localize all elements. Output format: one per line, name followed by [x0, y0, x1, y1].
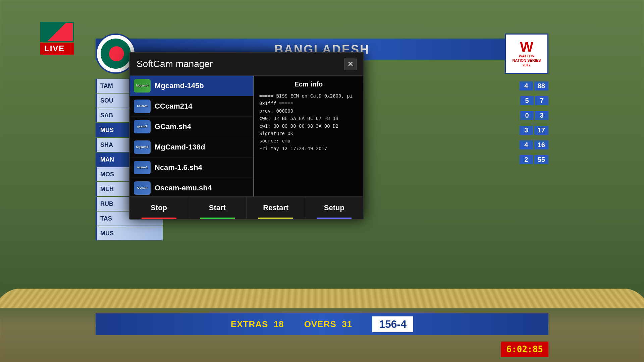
dialog-actions: Stop Start Restart Setup	[130, 196, 363, 219]
restart-button[interactable]: Restart	[247, 197, 305, 219]
setup-button[interactable]: Setup	[305, 197, 363, 219]
softcam-dialog: SoftCam manager × Mgcamd Mgcamd-145b CCc…	[129, 52, 364, 220]
ecm-line-0: ===== BISS ECM on CalD 0x2600, pi	[259, 92, 358, 100]
cam-name-ncam16: Ncam-1.6.sh4	[155, 163, 202, 172]
ecm-line-7: Fri May 12 17:24:49 2017	[259, 145, 358, 152]
cam-list: Mgcamd Mgcamd-145b CCcam CCcam214 gcamS	[130, 76, 254, 196]
cam-icon-ncam16: ncam-1	[134, 161, 151, 174]
cam-item-mgcamd145b[interactable]: Mgcamd Mgcamd-145b	[130, 76, 253, 96]
dialog-body: Mgcamd Mgcamd-145b CCcam CCcam214 gcamS	[130, 76, 363, 196]
cam-name-mgcamd138d: MgCamd-138d	[155, 143, 205, 152]
cam-icon-mgcamd138d: Mgcamd	[134, 140, 151, 154]
ecm-panel: Ecm info ===== BISS ECM on CalD 0x2600, …	[254, 76, 363, 196]
dialog-header: SoftCam manager ×	[130, 53, 363, 76]
cam-item-ncam16[interactable]: ncam-1 Ncam-1.6.sh4	[130, 158, 253, 178]
ecm-line-2: prov: 000000	[259, 107, 358, 115]
start-button[interactable]: Start	[188, 197, 247, 219]
cam-item-oscamemu[interactable]: Oscam Oscam-emu.sh4	[130, 178, 253, 196]
cam-icon-cccam214: CCcam	[134, 100, 151, 113]
cam-icon-oscamemu: Oscam	[134, 181, 151, 195]
close-button[interactable]: ×	[344, 58, 357, 70]
ecm-title: Ecm info	[259, 80, 358, 88]
cam-icon-mgcamd145b: Mgcamd	[134, 79, 151, 93]
ecm-content: ===== BISS ECM on CalD 0x2600, pi 0x1fff…	[259, 92, 358, 152]
ecm-line-1: 0x1fff =====	[259, 100, 358, 107]
ecm-line-6: source: emu	[259, 137, 358, 144]
ecm-line-3: cw0: D2 BE 5A EA BC 67 F8 1B	[259, 115, 358, 122]
ecm-line-5: Signature OK	[259, 130, 358, 137]
cam-name-oscamemu: Oscam-emu.sh4	[155, 184, 212, 192]
cam-name-mgcamd145b: Mgcamd-145b	[155, 81, 204, 90]
ecm-line-4: cw1: 00 00 00 00 98 3A 00 D2	[259, 122, 358, 130]
cam-item-mgcamd138d[interactable]: Mgcamd MgCamd-138d	[130, 137, 253, 158]
cam-item-cccam214[interactable]: CCcam CCcam214	[130, 96, 253, 117]
dialog-overlay: SoftCam manager × Mgcamd Mgcamd-145b CCc…	[0, 0, 644, 362]
dialog-title: SoftCam manager	[137, 59, 213, 69]
cam-item-gcamsh4[interactable]: gcamS GCam.sh4	[130, 117, 253, 137]
cam-icon-gcamsh4: gcamS	[134, 120, 151, 133]
cam-name-cccam214: CCcam214	[155, 102, 193, 111]
stop-button[interactable]: Stop	[130, 197, 188, 219]
cam-name-gcamsh4: GCam.sh4	[155, 122, 191, 131]
